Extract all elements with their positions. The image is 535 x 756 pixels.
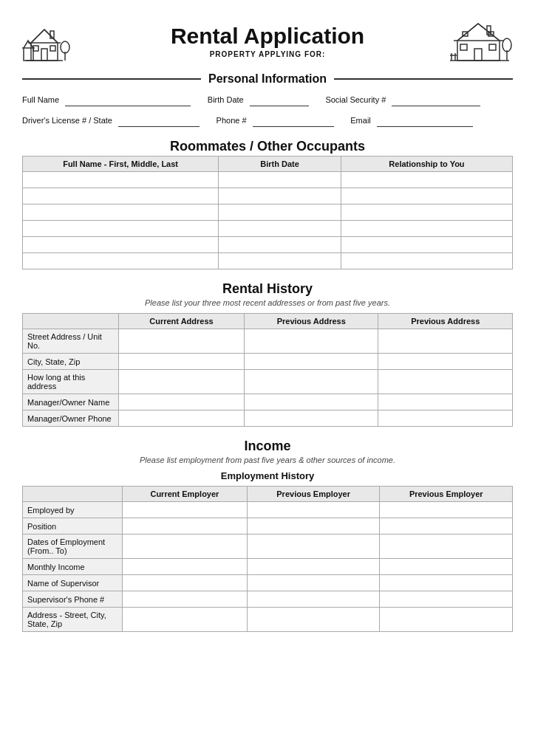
drivers-license-label: Driver's License # / State (22, 116, 112, 125)
emp-cell-prev2[interactable] (380, 591, 513, 608)
table-row (23, 172, 513, 188)
rental-history-table: Current Address Previous Address Previou… (22, 313, 513, 427)
rental-cell-prev2[interactable] (378, 354, 513, 370)
rental-cell-prev1[interactable] (244, 394, 378, 410)
svg-point-12 (61, 41, 69, 53)
emp-cell-current[interactable] (123, 575, 248, 591)
birth-date-label: Birth Date (208, 95, 244, 104)
svg-marker-9 (24, 41, 33, 61)
rental-col-current: Current Address (119, 314, 245, 329)
table-row (23, 188, 513, 205)
rental-cell-current[interactable] (119, 394, 245, 410)
drivers-license-input[interactable] (118, 114, 200, 127)
table-row: How long at this address (23, 370, 513, 394)
personal-info-title-text: Personal Information (201, 72, 334, 86)
emp-cell-prev1[interactable] (247, 559, 380, 575)
emp-cell-current[interactable] (123, 559, 248, 575)
emp-cell-prev1[interactable] (247, 535, 380, 559)
full-name-input[interactable] (65, 93, 191, 106)
rental-empty-header (23, 314, 119, 329)
emp-cell-current[interactable] (123, 502, 248, 518)
header-center: Rental Application PROPERTY APPLYING FOR… (89, 24, 446, 58)
personal-info-section-title: Personal Information (22, 72, 513, 86)
rental-cell-prev2[interactable] (378, 370, 513, 394)
table-row (23, 237, 513, 253)
rental-row-label: Street Address / Unit No. (23, 329, 119, 354)
emp-cell-prev2[interactable] (380, 518, 513, 535)
emp-cell-current[interactable] (123, 518, 248, 535)
table-row: Address - Street, City, State, Zip (23, 608, 513, 632)
birth-date-input[interactable] (250, 93, 309, 106)
rental-cell-prev2[interactable] (378, 394, 513, 410)
rental-cell-current[interactable] (119, 354, 245, 370)
roommates-col-rel: Relationship to You (341, 157, 512, 172)
rental-row-label: Manager/Owner Name (23, 394, 119, 410)
phone-input[interactable] (253, 114, 334, 127)
income-sub: Please list employment from past five ye… (22, 456, 513, 464)
table-row: Manager/Owner Phone (23, 410, 513, 427)
emp-cell-prev2[interactable] (380, 502, 513, 518)
rental-cell-prev1[interactable] (244, 370, 378, 394)
rental-col-prev1: Previous Address (244, 314, 378, 329)
employment-table: Current Employer Previous Employer Previ… (22, 486, 513, 632)
emp-cell-current[interactable] (123, 608, 248, 632)
svg-line-1 (31, 30, 44, 43)
rental-cell-current[interactable] (119, 370, 245, 394)
income-heading: Income (22, 439, 513, 454)
emp-col-prev2: Previous Employer (380, 487, 513, 502)
full-name-label: Full Name (22, 95, 59, 104)
table-row: Manager/Owner Name (23, 394, 513, 410)
svg-marker-13 (457, 24, 500, 61)
emp-cell-prev1[interactable] (247, 518, 380, 535)
house-left-icon (22, 15, 89, 66)
phone-label: Phone # (217, 116, 247, 125)
social-security-label: Social Security # (325, 95, 386, 104)
emp-cell-prev2[interactable] (380, 559, 513, 575)
app-title: Rental Application (89, 24, 446, 49)
emp-cell-prev1[interactable] (247, 575, 380, 591)
roommates-col-name: Full Name - First, Middle, Last (23, 157, 219, 172)
emp-col-current: Current Employer (123, 487, 248, 502)
emp-cell-current[interactable] (123, 591, 248, 608)
rental-col-prev2: Previous Address (378, 314, 513, 329)
emp-row-label: Supervisor's Phone # (23, 591, 123, 608)
rental-cell-current[interactable] (119, 410, 245, 427)
svg-rect-17 (474, 49, 482, 61)
property-label: PROPERTY APPLYING FOR: (89, 50, 446, 58)
emp-row-label: Position (23, 518, 123, 535)
emp-cell-prev2[interactable] (380, 575, 513, 591)
emp-cell-prev1[interactable] (247, 502, 380, 518)
page-header: Rental Application PROPERTY APPLYING FOR… (22, 15, 513, 66)
table-row: Monthly Income (23, 559, 513, 575)
table-row: Name of Supervisor (23, 575, 513, 591)
email-label: Email (350, 116, 371, 125)
emp-row-label: Employed by (23, 502, 123, 518)
rental-cell-prev1[interactable] (244, 410, 378, 427)
emp-row-label: Name of Supervisor (23, 575, 123, 591)
svg-rect-6 (50, 46, 55, 51)
table-row (23, 205, 513, 221)
table-row: Supervisor's Phone # (23, 591, 513, 608)
title-line-left (22, 78, 201, 80)
table-row: Position (23, 518, 513, 535)
rental-cell-prev2[interactable] (378, 329, 513, 354)
rental-cell-prev1[interactable] (244, 354, 378, 370)
emp-cell-prev2[interactable] (380, 535, 513, 559)
emp-cell-prev2[interactable] (380, 608, 513, 632)
social-security-input[interactable] (392, 93, 480, 106)
table-row: Street Address / Unit No. (23, 329, 513, 354)
emp-cell-prev1[interactable] (247, 608, 380, 632)
employment-heading: Employment History (22, 470, 513, 481)
emp-row-label: Address - Street, City, State, Zip (23, 608, 123, 632)
roommates-table: Full Name - First, Middle, Last Birth Da… (22, 156, 513, 269)
emp-cell-current[interactable] (123, 535, 248, 559)
svg-rect-19 (489, 44, 496, 50)
rental-cell-prev1[interactable] (244, 329, 378, 354)
rental-cell-prev2[interactable] (378, 410, 513, 427)
rental-cell-current[interactable] (119, 329, 245, 354)
emp-cell-prev1[interactable] (247, 591, 380, 608)
house-right-icon (446, 15, 513, 66)
email-input[interactable] (377, 114, 473, 127)
rental-row-label: Manager/Owner Phone (23, 410, 119, 427)
svg-rect-18 (460, 44, 467, 50)
